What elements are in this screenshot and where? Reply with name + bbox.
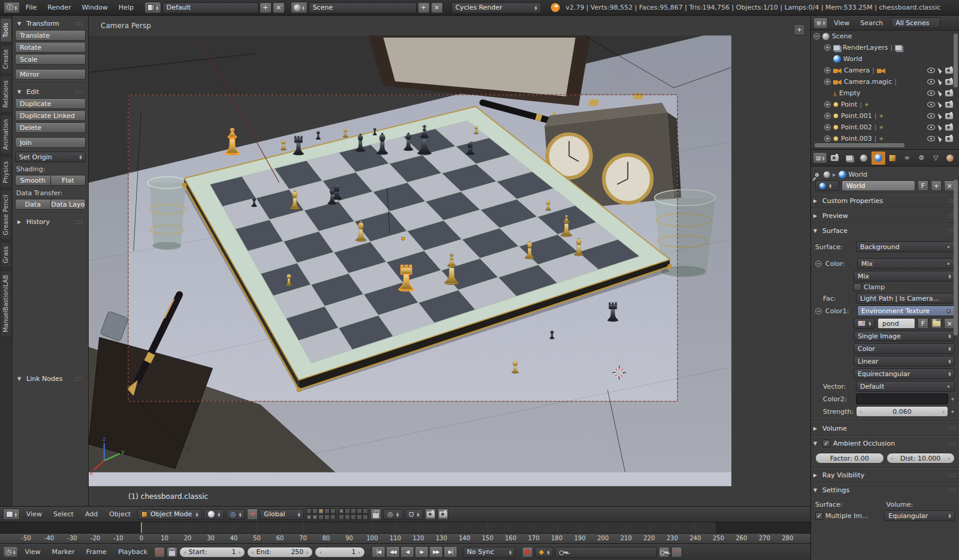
shelf-tab-manuelbastionilab[interactable]: ManuelBastioniLAB [0, 270, 12, 337]
outliner-item-label[interactable]: Camera [844, 66, 870, 74]
expand-icon[interactable]: + [824, 78, 831, 85]
outliner-item-point-001[interactable]: +Point.001|✳ [811, 110, 959, 122]
renderability-camera-icon[interactable] [945, 125, 953, 131]
image-source-select[interactable]: Single Image▲▼ [854, 331, 955, 341]
outliner-item-label[interactable]: Point [841, 101, 857, 108]
selectability-cursor-icon[interactable] [937, 89, 942, 96]
insert-keyframe-button[interactable] [659, 547, 670, 558]
open-properties-region-button[interactable]: + [794, 24, 805, 35]
delete-keyframe-button[interactable]: ✂ [671, 547, 682, 558]
editor-type-selector[interactable]: ▲▼ [3, 508, 20, 520]
expand-icon[interactable]: + [824, 101, 831, 108]
fake-user-button[interactable]: F [918, 180, 928, 191]
auto-keyframe-toggle[interactable] [154, 547, 165, 558]
editor-type-selector[interactable]: ◷ ▲▼ [3, 546, 18, 558]
scene-lock-toggle[interactable] [370, 508, 381, 520]
menu-help[interactable]: Help [114, 1, 138, 15]
proportional-edit-select[interactable]: ◎ ▲▼ [383, 509, 402, 520]
color-space-select[interactable]: Color▲▼ [854, 343, 955, 354]
menu-select[interactable]: Select [49, 507, 79, 522]
outliner-item-camera[interactable]: +Camera| [811, 65, 959, 76]
expand-icon[interactable]: + [824, 44, 831, 51]
snap-select[interactable]: Ω ▲▼ [405, 509, 423, 520]
clamp-checkbox[interactable] [854, 283, 861, 291]
new-world-button[interactable]: + [931, 180, 942, 191]
menu-marker[interactable]: Marker [47, 545, 80, 559]
renderability-camera-icon[interactable] [945, 102, 953, 108]
outliner-vertical-scrollbar[interactable] [954, 34, 958, 87]
browse-world-button[interactable]: ▲▼ [815, 180, 839, 191]
outliner-item-empty[interactable]: YEmpty [811, 87, 959, 99]
expand-icon[interactable]: + [824, 67, 831, 74]
display-mode-select[interactable]: All Scenes [891, 17, 940, 28]
outliner-item-label[interactable]: Empty [839, 89, 860, 97]
outliner-item-point-002[interactable]: +Point.002|✳ [811, 122, 959, 133]
scale-button[interactable]: Scale [15, 54, 86, 65]
outliner-item-label[interactable]: RenderLayers [843, 44, 888, 52]
multiple-importance-checkbox[interactable]: ✓ [815, 512, 823, 520]
renderability-camera-icon[interactable] [945, 113, 953, 119]
timeline-playhead[interactable] [141, 522, 142, 534]
keyingset-lock-toggle[interactable] [167, 547, 177, 558]
expand-icon[interactable]: + [824, 135, 831, 142]
jump-to-start-button[interactable]: |◀ [372, 546, 385, 558]
tab-render-layers[interactable] [842, 152, 856, 165]
shelf-tab-physics[interactable]: Physics [0, 156, 12, 188]
outliner-item-label[interactable]: Camera.magic [844, 78, 892, 86]
renderability-camera-icon[interactable] [945, 90, 953, 96]
outliner-item-point[interactable]: +Point|✳ [811, 99, 959, 110]
surface-shader-select[interactable]: Background [856, 241, 955, 252]
image-fake-user-button[interactable]: F [918, 318, 928, 329]
tab-object[interactable] [886, 152, 900, 165]
translate-button[interactable]: Translate [15, 30, 86, 41]
color2-swatch[interactable] [856, 393, 948, 404]
record-button[interactable] [522, 547, 533, 558]
tab-modifiers[interactable]: ⚙ [915, 152, 928, 165]
collapse-icon[interactable]: − [813, 33, 820, 40]
fac-input-button[interactable]: Light Path | Is Camera... [856, 293, 955, 304]
renderability-camera-icon[interactable] [945, 79, 953, 85]
panel-history[interactable]: ▶History:::: [15, 216, 86, 228]
menu-render[interactable]: Render [43, 1, 76, 15]
timeline-ruler[interactable]: -50-40-30-20-100102030405060708090100110… [0, 534, 810, 544]
shelf-tab-relations[interactable]: Relations [0, 75, 12, 113]
panel-custom-properties[interactable]: ▶Custom Properties:::: [811, 195, 959, 207]
strength-slider[interactable]: ‹0.060› [856, 406, 948, 417]
menu-add[interactable]: Add [80, 507, 102, 522]
menu-view[interactable]: View [829, 16, 854, 31]
duplicate-linked-button[interactable]: Duplicate Linked [15, 110, 86, 121]
screen-layout-name[interactable]: Default [162, 2, 258, 13]
tab-constraints[interactable]: ∞ [900, 152, 914, 165]
tab-world[interactable] [871, 152, 885, 165]
vector-input-select[interactable]: Default [856, 381, 955, 392]
shelf-tab-tools[interactable]: Tools [0, 18, 12, 43]
mode-select[interactable]: Object Mode ▲▼ [137, 509, 202, 520]
outliner-item-label[interactable]: World [843, 55, 863, 63]
outliner-item-camera-magic[interactable]: +Camera.magic| [811, 76, 959, 87]
shelf-tab-grass[interactable]: Grass [0, 241, 12, 268]
color1-shader-select[interactable]: Environment Texture [857, 305, 955, 316]
add-layout-button[interactable]: + [260, 2, 272, 13]
panel-transform[interactable]: ▼Transform:::: [15, 17, 86, 29]
play-button[interactable]: ▶ [415, 546, 429, 558]
ao-factor-field[interactable]: Factor: 0.00 [815, 453, 884, 464]
outliner-item-world[interactable]: World [811, 53, 959, 65]
panel-volume[interactable]: ▶Volume:::: [811, 422, 959, 434]
active-keying-set-field[interactable] [555, 547, 657, 558]
frame-end-field[interactable]: ‹End: 250› [247, 547, 313, 558]
color2-socket-dot[interactable] [951, 397, 955, 401]
rotate-button[interactable]: Rotate [15, 42, 86, 53]
selectability-cursor-icon[interactable] [937, 66, 942, 74]
3d-viewport[interactable]: z y x Camera Persp (1) chessboard.classi… [89, 16, 810, 506]
scene-name[interactable]: Scene [309, 2, 417, 13]
visibility-eye-icon[interactable] [927, 79, 935, 84]
expand-icon[interactable]: + [824, 113, 831, 119]
shade-smooth-button[interactable]: Smooth [15, 175, 51, 186]
expand-icon[interactable]: + [824, 124, 831, 131]
renderability-camera-icon[interactable] [945, 136, 953, 142]
panel-ray-visibility[interactable]: ▶Ray Visibility:::: [811, 469, 959, 481]
outliner-item-label[interactable]: Scene [832, 32, 852, 40]
interpolation-select[interactable]: Linear▲▼ [854, 356, 955, 367]
panel-link-nodes[interactable]: ▼Link Nodes:::: [15, 373, 86, 385]
transform-orientation-select[interactable]: Global ▲▼ [260, 509, 304, 520]
